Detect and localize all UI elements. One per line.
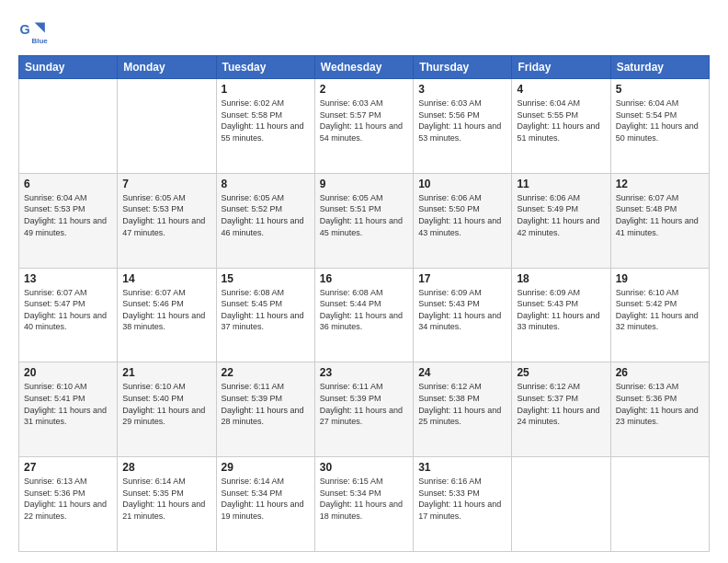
day-cell: 28Sunrise: 6:14 AMSunset: 5:35 PMDayligh…	[118, 457, 216, 552]
day-cell: 15Sunrise: 6:08 AMSunset: 5:45 PMDayligh…	[216, 268, 314, 362]
cell-details: Sunrise: 6:11 AMSunset: 5:39 PMDaylight:…	[222, 381, 310, 427]
cell-details: Sunrise: 6:06 AMSunset: 5:49 PMDaylight:…	[517, 192, 605, 238]
cell-details: Sunrise: 6:08 AMSunset: 5:45 PMDaylight:…	[222, 287, 310, 333]
day-number: 5	[616, 83, 704, 96]
day-cell: 7Sunrise: 6:05 AMSunset: 5:53 PMDaylight…	[118, 173, 216, 268]
day-cell: 8Sunrise: 6:05 AMSunset: 5:52 PMDaylight…	[216, 173, 314, 268]
cell-details: Sunrise: 6:08 AMSunset: 5:44 PMDaylight:…	[320, 287, 408, 333]
cell-details: Sunrise: 6:05 AMSunset: 5:52 PMDaylight:…	[222, 192, 310, 238]
cell-details: Sunrise: 6:09 AMSunset: 5:43 PMDaylight:…	[418, 287, 506, 333]
day-cell: 2Sunrise: 6:03 AMSunset: 5:57 PMDaylight…	[314, 79, 413, 174]
cell-details: Sunrise: 6:03 AMSunset: 5:57 PMDaylight:…	[320, 98, 408, 144]
day-cell: 1Sunrise: 6:02 AMSunset: 5:58 PMDaylight…	[216, 79, 314, 174]
logo-icon: G Blue	[18, 17, 48, 46]
cell-details: Sunrise: 6:12 AMSunset: 5:37 PMDaylight:…	[517, 381, 605, 427]
day-cell: 11Sunrise: 6:06 AMSunset: 5:49 PMDayligh…	[512, 173, 610, 268]
day-cell: 16Sunrise: 6:08 AMSunset: 5:44 PMDayligh…	[314, 268, 413, 362]
day-cell	[610, 457, 709, 552]
cell-details: Sunrise: 6:04 AMSunset: 5:53 PMDaylight:…	[24, 192, 112, 238]
day-number: 16	[320, 272, 408, 285]
cell-details: Sunrise: 6:12 AMSunset: 5:38 PMDaylight:…	[418, 381, 506, 427]
weekday-header-sunday: Sunday	[19, 56, 118, 79]
day-number: 19	[616, 272, 704, 285]
cell-details: Sunrise: 6:04 AMSunset: 5:55 PMDaylight:…	[517, 98, 605, 144]
day-number: 24	[418, 366, 506, 379]
day-number: 1	[222, 83, 310, 96]
weekday-header-monday: Monday	[118, 56, 216, 79]
day-number: 4	[517, 83, 605, 96]
day-cell: 13Sunrise: 6:07 AMSunset: 5:47 PMDayligh…	[19, 268, 118, 362]
day-cell: 6Sunrise: 6:04 AMSunset: 5:53 PMDaylight…	[19, 173, 118, 268]
cell-details: Sunrise: 6:10 AMSunset: 5:42 PMDaylight:…	[616, 287, 704, 333]
day-number: 9	[320, 178, 408, 190]
cell-details: Sunrise: 6:06 AMSunset: 5:50 PMDaylight:…	[418, 192, 506, 238]
day-number: 21	[122, 366, 210, 379]
day-number: 12	[616, 178, 704, 190]
day-cell: 25Sunrise: 6:12 AMSunset: 5:37 PMDayligh…	[512, 362, 610, 457]
day-cell: 19Sunrise: 6:10 AMSunset: 5:42 PMDayligh…	[610, 268, 709, 362]
day-number: 2	[320, 83, 408, 96]
day-number: 11	[517, 178, 605, 190]
day-cell: 24Sunrise: 6:12 AMSunset: 5:38 PMDayligh…	[414, 362, 512, 457]
day-number: 17	[418, 272, 506, 285]
day-number: 13	[24, 272, 112, 285]
day-number: 10	[418, 178, 506, 190]
weekday-header-friday: Friday	[512, 56, 610, 79]
day-number: 14	[122, 272, 210, 285]
weekday-header-thursday: Thursday	[414, 56, 512, 79]
day-cell: 18Sunrise: 6:09 AMSunset: 5:43 PMDayligh…	[512, 268, 610, 362]
day-cell: 20Sunrise: 6:10 AMSunset: 5:41 PMDayligh…	[19, 362, 118, 457]
svg-text:Blue: Blue	[31, 37, 48, 45]
day-cell: 17Sunrise: 6:09 AMSunset: 5:43 PMDayligh…	[414, 268, 512, 362]
weekday-header-wednesday: Wednesday	[314, 56, 413, 79]
svg-text:G: G	[20, 22, 30, 37]
day-cell	[19, 79, 118, 174]
week-row-4: 20Sunrise: 6:10 AMSunset: 5:41 PMDayligh…	[19, 362, 710, 457]
day-cell: 22Sunrise: 6:11 AMSunset: 5:39 PMDayligh…	[216, 362, 314, 457]
day-number: 18	[517, 272, 605, 285]
day-cell: 31Sunrise: 6:16 AMSunset: 5:33 PMDayligh…	[414, 457, 512, 552]
day-number: 20	[24, 366, 112, 379]
day-cell: 10Sunrise: 6:06 AMSunset: 5:50 PMDayligh…	[414, 173, 512, 268]
day-number: 28	[122, 461, 210, 474]
cell-details: Sunrise: 6:14 AMSunset: 5:35 PMDaylight:…	[122, 476, 210, 522]
cell-details: Sunrise: 6:11 AMSunset: 5:39 PMDaylight:…	[320, 381, 408, 427]
day-number: 8	[222, 178, 310, 190]
weekday-header-row: SundayMondayTuesdayWednesdayThursdayFrid…	[19, 56, 710, 79]
header: G Blue	[18, 17, 710, 46]
day-number: 6	[24, 178, 112, 190]
day-cell: 14Sunrise: 6:07 AMSunset: 5:46 PMDayligh…	[118, 268, 216, 362]
day-number: 23	[320, 366, 408, 379]
day-number: 25	[517, 366, 605, 379]
day-cell: 29Sunrise: 6:14 AMSunset: 5:34 PMDayligh…	[216, 457, 314, 552]
day-cell: 26Sunrise: 6:13 AMSunset: 5:36 PMDayligh…	[610, 362, 709, 457]
cell-details: Sunrise: 6:07 AMSunset: 5:48 PMDaylight:…	[616, 192, 704, 238]
day-number: 27	[24, 461, 112, 474]
weekday-header-tuesday: Tuesday	[216, 56, 314, 79]
cell-details: Sunrise: 6:10 AMSunset: 5:41 PMDaylight:…	[24, 381, 112, 427]
day-number: 15	[222, 272, 310, 285]
day-number: 3	[418, 83, 506, 96]
day-number: 7	[122, 178, 210, 190]
cell-details: Sunrise: 6:13 AMSunset: 5:36 PMDaylight:…	[616, 381, 704, 427]
day-cell	[512, 457, 610, 552]
cell-details: Sunrise: 6:10 AMSunset: 5:40 PMDaylight:…	[122, 381, 210, 427]
day-cell: 12Sunrise: 6:07 AMSunset: 5:48 PMDayligh…	[610, 173, 709, 268]
day-cell: 21Sunrise: 6:10 AMSunset: 5:40 PMDayligh…	[118, 362, 216, 457]
cell-details: Sunrise: 6:13 AMSunset: 5:36 PMDaylight:…	[24, 476, 112, 522]
week-row-5: 27Sunrise: 6:13 AMSunset: 5:36 PMDayligh…	[19, 457, 710, 552]
day-cell: 27Sunrise: 6:13 AMSunset: 5:36 PMDayligh…	[19, 457, 118, 552]
week-row-3: 13Sunrise: 6:07 AMSunset: 5:47 PMDayligh…	[19, 268, 710, 362]
weekday-header-saturday: Saturday	[610, 56, 709, 79]
cell-details: Sunrise: 6:16 AMSunset: 5:33 PMDaylight:…	[418, 476, 506, 522]
cell-details: Sunrise: 6:15 AMSunset: 5:34 PMDaylight:…	[320, 476, 408, 522]
week-row-2: 6Sunrise: 6:04 AMSunset: 5:53 PMDaylight…	[19, 173, 710, 268]
day-cell: 23Sunrise: 6:11 AMSunset: 5:39 PMDayligh…	[314, 362, 413, 457]
calendar-table: SundayMondayTuesdayWednesdayThursdayFrid…	[18, 55, 710, 552]
day-number: 22	[222, 366, 310, 379]
cell-details: Sunrise: 6:07 AMSunset: 5:46 PMDaylight:…	[122, 287, 210, 333]
day-cell: 3Sunrise: 6:03 AMSunset: 5:56 PMDaylight…	[414, 79, 512, 174]
day-cell: 4Sunrise: 6:04 AMSunset: 5:55 PMDaylight…	[512, 79, 610, 174]
week-row-1: 1Sunrise: 6:02 AMSunset: 5:58 PMDaylight…	[19, 79, 710, 174]
day-cell: 9Sunrise: 6:05 AMSunset: 5:51 PMDaylight…	[314, 173, 413, 268]
